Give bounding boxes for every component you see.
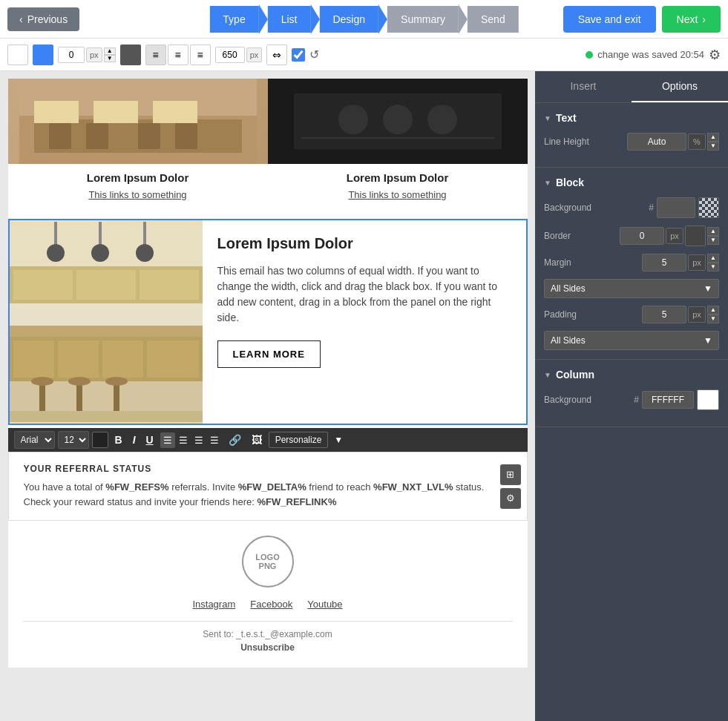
image-insert-btn[interactable]: 🖼 [248,432,266,448]
column-section-title: Column [556,369,594,381]
padding-input-group: px ▲ ▼ [642,306,719,323]
main-img-area [10,220,203,424]
more-options-btn[interactable]: ▼ [331,432,346,447]
width-input[interactable] [215,47,245,63]
learn-more-btn[interactable]: LEARN MORE [217,340,321,368]
block-settings-btn[interactable]: ⚙ [500,488,521,509]
num-unit: px [86,47,102,62]
referral-text: You have a total of %FW_REFS% referrals.… [24,480,512,495]
reflink-var: %FW_REFLINK% [258,496,337,507]
col-bg-hex-input[interactable] [642,391,694,409]
padding-sides-chevron-icon: ▼ [704,335,712,346]
main-content-block: Lorem Ipsum Dolor This email has two col… [8,219,528,425]
column-section-header[interactable]: ▼ Column [544,369,719,381]
color-box-blue[interactable] [33,45,53,65]
status-dot [586,51,593,59]
width-unit: px [246,47,263,62]
next-button[interactable]: Next › [662,6,721,33]
align-right-btn[interactable]: ≡ [190,45,211,65]
bg-hash: # [649,203,654,213]
main-text-area: Lorem Ipsum Dolor This email has two col… [203,220,526,424]
text-align-left-btn[interactable]: ☰ [160,432,175,448]
col-right-link[interactable]: This links to something [348,189,446,200]
text-align-right-btn[interactable]: ☰ [191,432,206,448]
step-send[interactable]: Send [468,6,519,33]
save-exit-button[interactable]: Save and exit [563,6,656,33]
line-height-down[interactable]: ▼ [707,142,719,151]
gear-settings-btn[interactable]: ⚙ [709,47,721,63]
col-bg-color-row: # [634,389,719,410]
svg-rect-41 [10,411,203,422]
col-bg-color-preview[interactable] [697,389,719,410]
font-size-select[interactable]: 12 [58,431,89,449]
border-input-group: px ▲ ▼ [620,225,719,246]
text-color-box[interactable] [92,432,108,448]
block-section-title: Block [556,177,584,188]
color-box-white[interactable] [7,45,28,65]
step-type[interactable]: Type [209,6,258,33]
bg-row: Background # [544,197,719,218]
kitchen-left-svg [8,79,268,164]
border-input[interactable] [620,227,664,245]
padding-input[interactable] [642,306,686,323]
num-input[interactable] [58,47,85,63]
block-collapse-icon: ▼ [544,179,551,187]
svg-rect-32 [58,340,99,378]
block-expand-btn[interactable]: ⊞ [500,464,521,485]
underline-btn[interactable]: U [142,432,157,448]
font-family-select[interactable]: Arial [14,431,55,449]
margin-down[interactable]: ▼ [707,263,719,271]
text-align-justify-btn[interactable]: ☰ [207,432,222,448]
line-height-input[interactable] [627,133,686,151]
italic-btn[interactable]: I [129,432,140,448]
bg-checkerboard[interactable] [698,197,719,218]
border-color-swatch[interactable] [685,225,706,246]
align-left-btn[interactable]: ≡ [145,45,166,65]
col-bg-row: Background # [544,389,719,410]
personalize-btn[interactable]: Personalize [269,432,329,448]
svg-rect-25 [13,270,73,300]
padding-down[interactable]: ▼ [707,315,719,323]
bold-btn[interactable]: B [111,432,126,448]
margin-sides-dropdown[interactable]: All Sides ▼ [544,279,719,298]
step-summary[interactable]: Summary [387,6,459,33]
two-col-section: Lorem Ipsum Dolor This links to somethin… [8,79,528,216]
dark-color-box[interactable] [120,45,141,65]
tab-options[interactable]: Options [632,71,728,102]
align-buttons: ≡ ≡ ≡ [145,45,211,65]
line-height-up[interactable]: ▲ [707,133,719,142]
border-down[interactable]: ▼ [707,236,719,245]
col-left-title: Lorem Ipsum Dolor [8,171,268,184]
margin-input[interactable] [642,254,686,271]
step-design[interactable]: Design [319,6,378,33]
svg-rect-34 [147,340,199,378]
text-align-center-btn[interactable]: ☰ [176,432,191,448]
undo-btn[interactable]: ↺ [309,47,319,62]
bg-color-preview[interactable] [657,197,695,218]
text-section-header[interactable]: ▼ Text [544,112,719,124]
block-section-header[interactable]: ▼ Block [544,177,719,188]
tab-insert[interactable]: Insert [535,71,632,102]
main-area: Lorem Ipsum Dolor This links to somethin… [0,71,728,721]
border-up[interactable]: ▲ [707,227,719,236]
change-saved-status: change was saved 20:54 [586,49,704,60]
arrow-design [378,4,387,34]
link-btn[interactable]: 🔗 [225,432,245,448]
padding-up[interactable]: ▲ [707,306,719,315]
swap-icon-btn[interactable]: ⇔ [266,45,287,65]
social-instagram[interactable]: Instagram [192,599,235,610]
align-center-btn[interactable]: ≡ [168,45,188,65]
col-left-link[interactable]: This links to something [88,189,186,200]
prev-button[interactable]: ‹ Previous [7,7,79,31]
social-facebook[interactable]: Facebook [250,599,292,610]
col-right-title: Lorem Ipsum Dolor [268,171,528,184]
num-down-btn[interactable]: ▼ [104,55,116,62]
social-youtube[interactable]: Youtube [307,599,342,610]
checkbox-input[interactable] [292,48,305,62]
num-up-btn[interactable]: ▲ [104,47,116,55]
step-list[interactable]: List [268,6,311,33]
text-section-title: Text [556,112,577,124]
text-collapse-icon: ▼ [544,114,551,122]
margin-up[interactable]: ▲ [707,254,719,263]
padding-sides-dropdown[interactable]: All Sides ▼ [544,331,719,350]
